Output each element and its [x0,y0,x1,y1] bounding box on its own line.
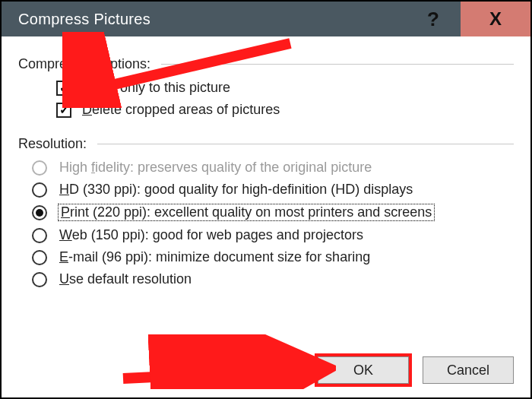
check-icon: ✓ [59,82,69,94]
delete-cropped-label: Delete cropped areas of pictures [82,102,280,118]
dialog-body: Compression options: ✓ Apply only to thi… [2,36,530,307]
resolution-options: High fidelity: preserves quality of the … [18,160,514,287]
radio-hd-label: HD (330 ppi): good quality for high-defi… [58,182,414,198]
radio-high-fidelity-label: High fidelity: preserves quality of the … [58,160,373,176]
radio-email[interactable]: E-mail (96 ppi): minimize document size … [32,249,514,265]
cancel-button[interactable]: Cancel [423,356,514,384]
apply-only-checkbox[interactable]: ✓ [56,81,71,96]
divider [161,64,514,65]
close-icon: X [489,8,502,30]
divider [97,144,514,144]
radio-web-label: Web (150 ppi): good for web pages and pr… [58,227,365,243]
close-button[interactable]: X [461,2,530,36]
radio-icon[interactable] [32,228,47,243]
cancel-button-label: Cancel [447,363,489,378]
dialog-title: Compress Pictures [18,11,150,28]
radio-icon[interactable] [32,250,47,265]
delete-cropped-row[interactable]: ✓ Delete cropped areas of pictures [56,102,514,118]
radio-dot-icon [36,209,43,217]
radio-default-label: Use default resolution [58,271,193,287]
compression-options: ✓ Apply only to this picture ✓ Delete cr… [56,80,514,118]
titlebar: Compress Pictures ? X [2,2,530,36]
radio-email-label: E-mail (96 ppi): minimize document size … [58,249,372,265]
radio-print[interactable]: Print (220 ppi): excellent quality on mo… [32,204,514,221]
ok-button-label: OK [353,363,373,378]
annotation-arrow-bottom [116,334,336,389]
radio-hd[interactable]: HD (330 ppi): good quality for high-defi… [32,182,514,198]
radio-print-label: Print (220 ppi): excellent quality on mo… [58,204,435,221]
help-button[interactable]: ? [406,2,461,36]
resolution-section-label: Resolution: [18,136,87,152]
radio-icon[interactable] [32,205,47,220]
svg-line-3 [123,369,309,378]
radio-high-fidelity: High fidelity: preserves quality of the … [32,160,514,176]
radio-icon[interactable] [32,272,47,287]
resolution-section-header: Resolution: [18,136,514,152]
radio-default[interactable]: Use default resolution [32,271,514,287]
radio-icon[interactable] [32,182,47,198]
apply-only-row[interactable]: ✓ Apply only to this picture [56,80,514,96]
dialog-footer: OK Cancel [318,356,514,384]
help-icon: ? [427,8,439,31]
delete-cropped-checkbox[interactable]: ✓ [56,103,71,118]
check-icon: ✓ [59,104,69,116]
apply-only-label: Apply only to this picture [82,80,230,96]
radio-web[interactable]: Web (150 ppi): good for web pages and pr… [32,227,514,243]
ok-button[interactable]: OK [318,356,409,384]
compression-section-label: Compression options: [18,56,150,72]
compression-section-header: Compression options: [18,56,514,72]
radio-icon [32,160,47,176]
